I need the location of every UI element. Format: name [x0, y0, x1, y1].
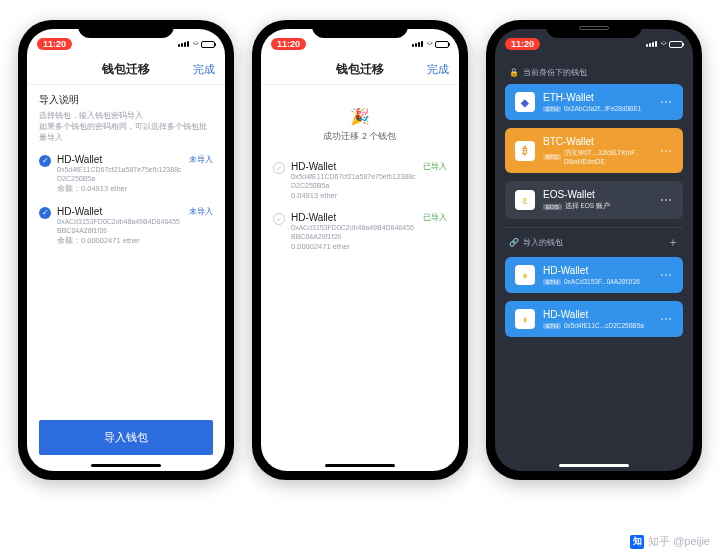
speaker-outline: [579, 26, 609, 30]
phone-mockup-1: 11:20 ⌔ 钱包迁移 完成 导入说明 选择钱包，输入钱包密码导入 如果多个钱…: [18, 20, 234, 480]
wallet-status: 已导入: [423, 161, 447, 172]
wallet-name: HD-Wallet: [291, 161, 417, 172]
status-time: 11:20: [37, 38, 72, 50]
wifi-icon: ⌔: [427, 39, 432, 49]
wallet-card-btc[interactable]: ₿ BTC-Wallet BTC消支W0T…3JtcBLTKmF…D8mHEdm…: [505, 128, 683, 173]
wallet-card-addr: 0xACd3153F...04A28f1f26: [564, 278, 640, 285]
wallet-status: 已导入: [423, 212, 447, 223]
wallet-card-eth[interactable]: ◆ ETH-Wallet ETH0x2AbCda2f...fFe28d0BE1 …: [505, 84, 683, 120]
wallet-card-name: HD-Wallet: [543, 265, 652, 276]
success-celebrate-icon: 🎉: [273, 107, 447, 126]
nav-bar: 钱包迁移 完成: [27, 55, 225, 85]
battery-icon: [201, 41, 215, 48]
more-icon[interactable]: ⋯: [660, 144, 673, 158]
home-indicator: [559, 464, 629, 467]
import-desc-title: 导入说明: [39, 93, 213, 107]
add-wallet-button[interactable]: ＋: [667, 234, 679, 251]
home-indicator: [91, 464, 161, 467]
wallet-status: 未导入: [189, 154, 213, 165]
nav-title: 钱包迁移: [261, 61, 459, 78]
wallet-status: 未导入: [189, 206, 213, 217]
wallet-item[interactable]: ✓ HD-Wallet 0x5d4fE11CD67cf21a587e75efb1…: [273, 161, 447, 200]
more-icon[interactable]: ⋯: [660, 193, 673, 207]
status-time: 11:20: [505, 38, 540, 50]
wallet-balance: 0.00002471 ether: [291, 242, 417, 251]
wallet-balance: 余额：0.04913 ether: [57, 184, 183, 194]
wallet-name: HD-Wallet: [57, 206, 183, 217]
more-icon[interactable]: ⋯: [660, 268, 673, 282]
nav-bar: 钱包迁移 完成: [261, 55, 459, 85]
notch: [312, 20, 408, 38]
chain-tag: BTC: [543, 154, 561, 160]
nav-title: 钱包迁移: [27, 61, 225, 78]
section-header-imported: 🔗导入的钱包 ＋: [505, 227, 683, 257]
checkbox-done-icon: ✓: [273, 162, 285, 174]
signal-icon: [178, 39, 190, 49]
wallet-address: 0x5d4fE11CD67cf21a587e75efb12388cD2C250B…: [291, 172, 417, 190]
phone-mockup-2: 11:20 ⌔ 钱包迁移 完成 🎉 成功迁移 2 个钱包 ✓: [252, 20, 468, 480]
wifi-icon: ⌔: [661, 39, 666, 49]
wallet-card-addr: 消支W0T…3JtcBLTKmF…D8mHEdmDE: [564, 149, 652, 165]
status-time: 11:20: [271, 38, 306, 50]
link-icon: 🔗: [509, 238, 519, 247]
watermark: 知 知乎 @peijie: [630, 534, 710, 549]
more-icon[interactable]: ⋯: [660, 95, 673, 109]
wallet-card-name: HD-Wallet: [543, 309, 652, 320]
wallet-item[interactable]: ✓ HD-Wallet 0xACd3153FD0C2db48a49B4D8464…: [39, 206, 213, 246]
zhihu-icon: 知: [630, 535, 644, 549]
wallet-card-addr: 0x5d4fE11C...cD2C250B5a: [564, 322, 644, 329]
battery-icon: [669, 41, 683, 48]
eth-icon: ♦: [515, 309, 535, 329]
home-indicator: [325, 464, 395, 467]
btc-icon: ₿: [515, 141, 535, 161]
chain-tag: ETH: [543, 279, 561, 285]
wallet-card-addr: 0x2AbCda2f...fFe28d0BE1: [564, 105, 641, 112]
wallet-item[interactable]: ✓ HD-Wallet 0xACd3153FD0C2db48a49B4D8464…: [273, 212, 447, 251]
notch: [78, 20, 174, 38]
eth-icon: ♦: [515, 265, 535, 285]
wallet-name: HD-Wallet: [57, 154, 183, 165]
import-wallet-button[interactable]: 导入钱包: [39, 420, 213, 455]
wallet-card-name: BTC-Wallet: [543, 136, 652, 147]
phone-mockup-3: 11:20 ⌔ 🔒 当前身份下的钱包 ◆ ETH-Wallet ETH0x2Ab…: [486, 20, 702, 480]
import-desc-text: 选择钱包，输入钱包密码导入 如果多个钱包的密码相同，可以选择多个钱包批量导入: [39, 110, 213, 144]
checkbox-checked-icon[interactable]: ✓: [39, 155, 51, 167]
signal-icon: [412, 39, 424, 49]
wallet-balance: 余额：0.00002471 ether: [57, 236, 183, 246]
wallet-card-name: ETH-Wallet: [543, 92, 652, 103]
eth-icon: ◆: [515, 92, 535, 112]
lock-icon: 🔒: [509, 68, 519, 77]
wallet-card-imported[interactable]: ♦ HD-Wallet ETH0x5d4fE11C...cD2C250B5a ⋯: [505, 301, 683, 337]
chain-tag: EOS: [543, 204, 562, 210]
wallet-address: 0xACd3153FD0C2db48a49B4D846455BBC04A28f1…: [57, 217, 183, 235]
section-header-current: 🔒 当前身份下的钱包: [505, 61, 683, 84]
more-icon[interactable]: ⋯: [660, 312, 673, 326]
chain-tag: ETH: [543, 106, 561, 112]
wifi-icon: ⌔: [193, 39, 198, 49]
battery-icon: [435, 41, 449, 48]
wallet-card-eos[interactable]: ε EOS-Wallet EOS选择 EOS 账户 ⋯: [505, 181, 683, 219]
signal-icon: [646, 39, 658, 49]
wallet-item[interactable]: ✓ HD-Wallet 0x5d4fE11CD67cf21a587e75efb1…: [39, 154, 213, 194]
wallet-card-imported[interactable]: ♦ HD-Wallet ETH0xACd3153F...04A28f1f26 ⋯: [505, 257, 683, 293]
checkbox-done-icon: ✓: [273, 213, 285, 225]
wallet-card-addr: 选择 EOS 账户: [565, 202, 610, 211]
eos-icon: ε: [515, 190, 535, 210]
wallet-card-name: EOS-Wallet: [543, 189, 652, 200]
success-message: 成功迁移 2 个钱包: [273, 130, 447, 143]
checkbox-checked-icon[interactable]: ✓: [39, 207, 51, 219]
wallet-address: 0x5d4fE11CD67cf21a587e75efb12388cD2C250B…: [57, 165, 183, 183]
wallet-name: HD-Wallet: [291, 212, 417, 223]
chain-tag: ETH: [543, 323, 561, 329]
wallet-balance: 0.04913 ether: [291, 191, 417, 200]
wallet-address: 0xACd3153FD0C2db48a49B4D846455BBC04A28f1…: [291, 223, 417, 241]
